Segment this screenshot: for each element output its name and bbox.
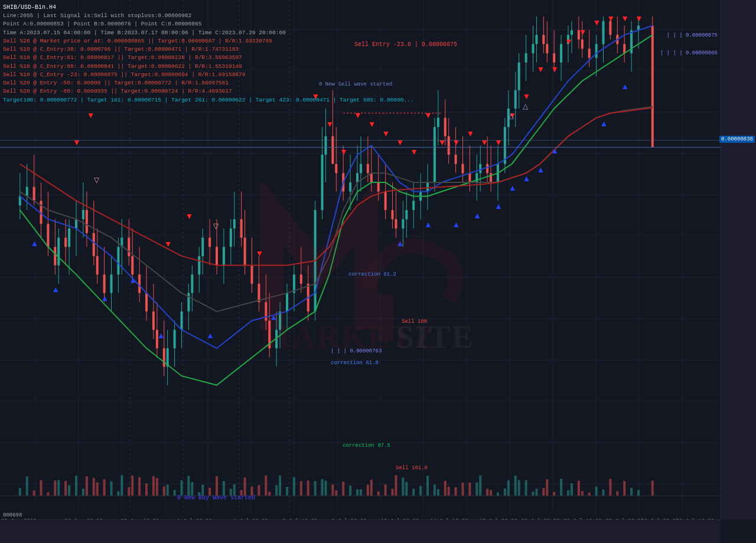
- current-price-tag: 0.00000838: [719, 136, 755, 143]
- right-axis: 0.00000838: [721, 0, 756, 519]
- horizontal-line-1: [0, 140, 721, 140]
- chart-canvas: [0, 0, 756, 543]
- bottom-axis: [0, 519, 721, 543]
- chart-container: MARKETZ SITE SHIB/USD-Bin.H4 Line:2055 |…: [0, 0, 756, 543]
